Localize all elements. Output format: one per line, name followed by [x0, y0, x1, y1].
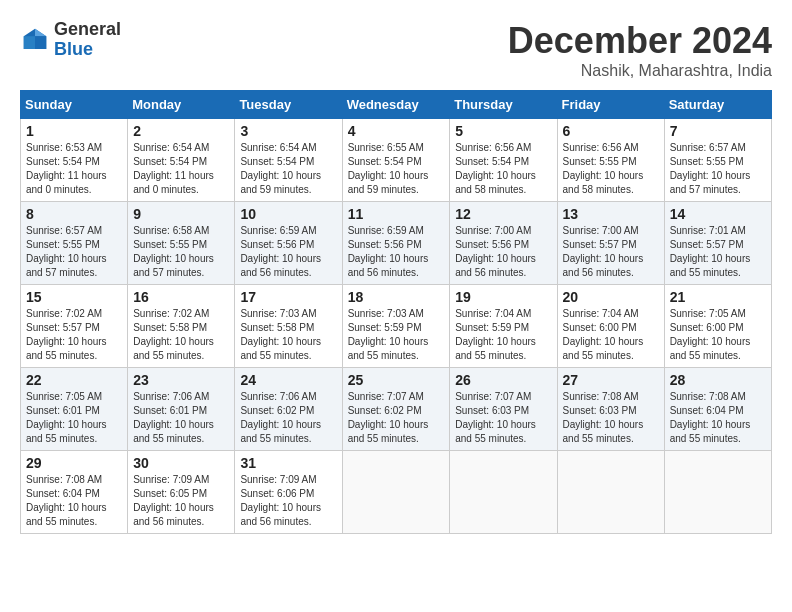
calendar-week-row: 1 Sunrise: 6:53 AM Sunset: 5:54 PM Dayli…: [21, 119, 772, 202]
calendar-header-friday: Friday: [557, 91, 664, 119]
day-number: 15: [26, 289, 122, 305]
day-number: 9: [133, 206, 229, 222]
calendar-table: SundayMondayTuesdayWednesdayThursdayFrid…: [20, 90, 772, 534]
day-info: Sunrise: 6:54 AM Sunset: 5:54 PM Dayligh…: [133, 141, 229, 197]
day-info: Sunrise: 7:07 AM Sunset: 6:02 PM Dayligh…: [348, 390, 445, 446]
calendar-cell: 30 Sunrise: 7:09 AM Sunset: 6:05 PM Dayl…: [128, 451, 235, 534]
calendar-cell: 2 Sunrise: 6:54 AM Sunset: 5:54 PM Dayli…: [128, 119, 235, 202]
day-number: 2: [133, 123, 229, 139]
day-number: 25: [348, 372, 445, 388]
calendar-cell: 26 Sunrise: 7:07 AM Sunset: 6:03 PM Dayl…: [450, 368, 557, 451]
calendar-cell: 27 Sunrise: 7:08 AM Sunset: 6:03 PM Dayl…: [557, 368, 664, 451]
calendar-cell: 29 Sunrise: 7:08 AM Sunset: 6:04 PM Dayl…: [21, 451, 128, 534]
page-header: General Blue December 2024 Nashik, Mahar…: [20, 20, 772, 80]
day-number: 14: [670, 206, 766, 222]
day-info: Sunrise: 7:00 AM Sunset: 5:56 PM Dayligh…: [455, 224, 551, 280]
calendar-header-row: SundayMondayTuesdayWednesdayThursdayFrid…: [21, 91, 772, 119]
calendar-cell: 9 Sunrise: 6:58 AM Sunset: 5:55 PM Dayli…: [128, 202, 235, 285]
day-info: Sunrise: 7:02 AM Sunset: 5:58 PM Dayligh…: [133, 307, 229, 363]
day-number: 22: [26, 372, 122, 388]
calendar-header-tuesday: Tuesday: [235, 91, 342, 119]
svg-marker-1: [35, 29, 46, 37]
svg-marker-3: [24, 36, 35, 49]
day-number: 10: [240, 206, 336, 222]
day-info: Sunrise: 7:04 AM Sunset: 6:00 PM Dayligh…: [563, 307, 659, 363]
day-number: 19: [455, 289, 551, 305]
day-info: Sunrise: 7:01 AM Sunset: 5:57 PM Dayligh…: [670, 224, 766, 280]
day-info: Sunrise: 7:06 AM Sunset: 6:01 PM Dayligh…: [133, 390, 229, 446]
calendar-cell: 18 Sunrise: 7:03 AM Sunset: 5:59 PM Dayl…: [342, 285, 450, 368]
calendar-cell: 17 Sunrise: 7:03 AM Sunset: 5:58 PM Dayl…: [235, 285, 342, 368]
day-info: Sunrise: 7:06 AM Sunset: 6:02 PM Dayligh…: [240, 390, 336, 446]
calendar-cell: 8 Sunrise: 6:57 AM Sunset: 5:55 PM Dayli…: [21, 202, 128, 285]
day-info: Sunrise: 7:07 AM Sunset: 6:03 PM Dayligh…: [455, 390, 551, 446]
day-number: 7: [670, 123, 766, 139]
day-number: 13: [563, 206, 659, 222]
day-info: Sunrise: 6:57 AM Sunset: 5:55 PM Dayligh…: [670, 141, 766, 197]
day-number: 8: [26, 206, 122, 222]
day-number: 3: [240, 123, 336, 139]
day-info: Sunrise: 6:54 AM Sunset: 5:54 PM Dayligh…: [240, 141, 336, 197]
calendar-cell: 13 Sunrise: 7:00 AM Sunset: 5:57 PM Dayl…: [557, 202, 664, 285]
day-info: Sunrise: 7:03 AM Sunset: 5:59 PM Dayligh…: [348, 307, 445, 363]
day-info: Sunrise: 6:53 AM Sunset: 5:54 PM Dayligh…: [26, 141, 122, 197]
day-number: 28: [670, 372, 766, 388]
day-number: 26: [455, 372, 551, 388]
day-number: 29: [26, 455, 122, 471]
location: Nashik, Maharashtra, India: [508, 62, 772, 80]
calendar-header-sunday: Sunday: [21, 91, 128, 119]
day-number: 1: [26, 123, 122, 139]
day-number: 16: [133, 289, 229, 305]
day-info: Sunrise: 7:02 AM Sunset: 5:57 PM Dayligh…: [26, 307, 122, 363]
calendar-cell: 14 Sunrise: 7:01 AM Sunset: 5:57 PM Dayl…: [664, 202, 771, 285]
calendar-header-wednesday: Wednesday: [342, 91, 450, 119]
day-info: Sunrise: 6:57 AM Sunset: 5:55 PM Dayligh…: [26, 224, 122, 280]
day-number: 18: [348, 289, 445, 305]
calendar-cell: 31 Sunrise: 7:09 AM Sunset: 6:06 PM Dayl…: [235, 451, 342, 534]
day-number: 17: [240, 289, 336, 305]
day-number: 21: [670, 289, 766, 305]
calendar-cell: 16 Sunrise: 7:02 AM Sunset: 5:58 PM Dayl…: [128, 285, 235, 368]
calendar-cell: 24 Sunrise: 7:06 AM Sunset: 6:02 PM Dayl…: [235, 368, 342, 451]
month-title: December 2024: [508, 20, 772, 62]
calendar-cell: 19 Sunrise: 7:04 AM Sunset: 5:59 PM Dayl…: [450, 285, 557, 368]
calendar-cell: 4 Sunrise: 6:55 AM Sunset: 5:54 PM Dayli…: [342, 119, 450, 202]
day-number: 6: [563, 123, 659, 139]
day-info: Sunrise: 6:58 AM Sunset: 5:55 PM Dayligh…: [133, 224, 229, 280]
calendar-cell: [342, 451, 450, 534]
day-info: Sunrise: 7:08 AM Sunset: 6:04 PM Dayligh…: [670, 390, 766, 446]
calendar-header-thursday: Thursday: [450, 91, 557, 119]
calendar-week-row: 15 Sunrise: 7:02 AM Sunset: 5:57 PM Dayl…: [21, 285, 772, 368]
logo-general: General: [54, 20, 121, 40]
title-area: December 2024 Nashik, Maharashtra, India: [508, 20, 772, 80]
day-number: 24: [240, 372, 336, 388]
calendar-cell: 15 Sunrise: 7:02 AM Sunset: 5:57 PM Dayl…: [21, 285, 128, 368]
calendar-cell: 22 Sunrise: 7:05 AM Sunset: 6:01 PM Dayl…: [21, 368, 128, 451]
day-number: 30: [133, 455, 229, 471]
day-info: Sunrise: 7:08 AM Sunset: 6:03 PM Dayligh…: [563, 390, 659, 446]
calendar-cell: 5 Sunrise: 6:56 AM Sunset: 5:54 PM Dayli…: [450, 119, 557, 202]
calendar-cell: 7 Sunrise: 6:57 AM Sunset: 5:55 PM Dayli…: [664, 119, 771, 202]
day-info: Sunrise: 7:03 AM Sunset: 5:58 PM Dayligh…: [240, 307, 336, 363]
day-number: 11: [348, 206, 445, 222]
day-info: Sunrise: 7:05 AM Sunset: 6:00 PM Dayligh…: [670, 307, 766, 363]
calendar-cell: 12 Sunrise: 7:00 AM Sunset: 5:56 PM Dayl…: [450, 202, 557, 285]
calendar-cell: 25 Sunrise: 7:07 AM Sunset: 6:02 PM Dayl…: [342, 368, 450, 451]
logo-icon: [20, 25, 50, 55]
day-info: Sunrise: 6:55 AM Sunset: 5:54 PM Dayligh…: [348, 141, 445, 197]
calendar-cell: 21 Sunrise: 7:05 AM Sunset: 6:00 PM Dayl…: [664, 285, 771, 368]
day-info: Sunrise: 6:59 AM Sunset: 5:56 PM Dayligh…: [348, 224, 445, 280]
day-info: Sunrise: 7:00 AM Sunset: 5:57 PM Dayligh…: [563, 224, 659, 280]
calendar-cell: [450, 451, 557, 534]
calendar-cell: 11 Sunrise: 6:59 AM Sunset: 5:56 PM Dayl…: [342, 202, 450, 285]
day-info: Sunrise: 7:09 AM Sunset: 6:06 PM Dayligh…: [240, 473, 336, 529]
calendar-cell: 10 Sunrise: 6:59 AM Sunset: 5:56 PM Dayl…: [235, 202, 342, 285]
day-number: 31: [240, 455, 336, 471]
day-info: Sunrise: 7:05 AM Sunset: 6:01 PM Dayligh…: [26, 390, 122, 446]
logo: General Blue: [20, 20, 121, 60]
calendar-cell: [664, 451, 771, 534]
logo-text: General Blue: [54, 20, 121, 60]
day-info: Sunrise: 6:56 AM Sunset: 5:55 PM Dayligh…: [563, 141, 659, 197]
logo-blue: Blue: [54, 40, 121, 60]
calendar-week-row: 29 Sunrise: 7:08 AM Sunset: 6:04 PM Dayl…: [21, 451, 772, 534]
